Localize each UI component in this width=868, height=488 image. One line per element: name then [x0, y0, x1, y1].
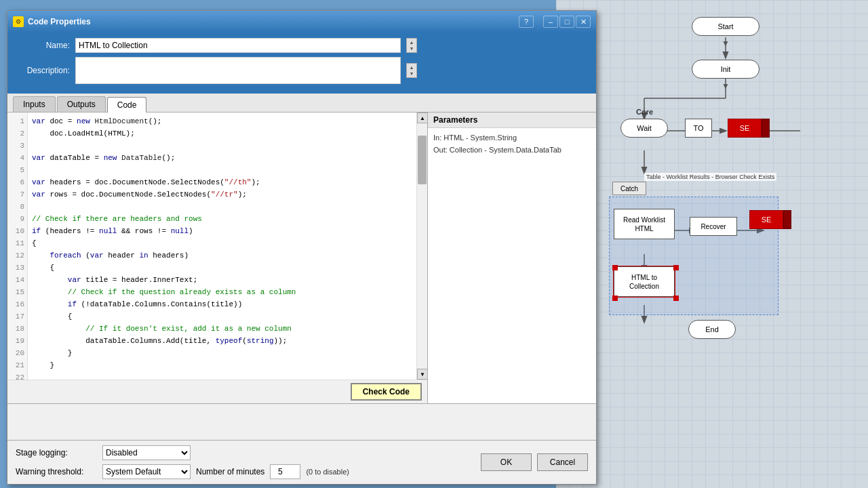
- tabs-bar: Inputs Outputs Code: [7, 94, 596, 113]
- minutes-hint: (0 to disable): [306, 468, 349, 476]
- handle-tl: [612, 265, 618, 270]
- stage-logging-row: Stage logging: Disabled Enabled: [16, 445, 470, 460]
- warning-threshold-select[interactable]: System Default: [102, 464, 191, 479]
- workflow-panel: Start ▼ Init ▼ Wait TO SE Table - Workli…: [556, 0, 868, 471]
- code-text[interactable]: var doc = new HtmlDocument(); doc.LoadHt…: [28, 113, 416, 380]
- description-input[interactable]: [75, 57, 401, 84]
- name-row: Name: ▲ ▼: [16, 38, 588, 53]
- description-row: Description: ▲ ▼: [16, 57, 588, 84]
- se1-bar: [762, 119, 770, 138]
- se2-bar: [783, 210, 791, 229]
- end-node[interactable]: End: [688, 320, 736, 339]
- line-numbers: 12345 678910 1112131415 1617181920 21222…: [7, 113, 28, 380]
- handle-tr: [673, 265, 679, 270]
- recover-node[interactable]: Recover: [690, 217, 737, 236]
- dialog-title: Code Properties: [28, 17, 515, 26]
- read-worklist-node[interactable]: Read WorklistHTML: [614, 209, 675, 239]
- content-area: 12345 678910 1112131415 1617181920 21222…: [7, 113, 596, 404]
- core-label: Core: [636, 108, 653, 116]
- init-arrow: ▼: [722, 81, 730, 91]
- minutes-input[interactable]: [270, 464, 300, 479]
- scrollbar-track: [417, 123, 427, 369]
- code-properties-dialog: ⚙ Code Properties ? – □ ✕ Name: ▲ ▼ Desc…: [7, 10, 597, 485]
- description-label: Description:: [16, 66, 70, 75]
- scroll-up-icon2: ▲: [410, 65, 414, 70]
- tab-inputs[interactable]: Inputs: [13, 96, 56, 112]
- tab-outputs[interactable]: Outputs: [57, 96, 106, 112]
- catch-badge: Catch: [612, 182, 646, 195]
- scroll-down-icon2: ▼: [410, 71, 414, 76]
- wait-node[interactable]: Wait: [620, 119, 668, 138]
- scroll-down-icon: ▼: [410, 46, 414, 51]
- code-scrollbar[interactable]: ▲ ▼: [416, 113, 427, 380]
- se2-node[interactable]: SE: [749, 210, 783, 229]
- check-code-button[interactable]: Check Code: [351, 383, 422, 401]
- help-button[interactable]: ?: [519, 16, 534, 28]
- handle-br: [673, 296, 679, 301]
- scroll-up-icon: ▲: [410, 40, 414, 45]
- start-node[interactable]: Start: [692, 17, 760, 36]
- description-scroll: ▲ ▼: [406, 63, 417, 78]
- number-of-minutes-label: Number of minutes: [196, 467, 264, 476]
- titlebar: ⚙ Code Properties ? – □ ✕: [7, 11, 596, 33]
- scroll-up-btn[interactable]: ▲: [417, 113, 427, 123]
- scrollbar-thumb[interactable]: [418, 136, 427, 184]
- scroll-down-btn[interactable]: ▼: [417, 369, 427, 380]
- code-editor[interactable]: 12345 678910 1112131415 1617181920 21222…: [7, 113, 428, 403]
- tooltip-label: Table - Worklist Results - Browser Check…: [644, 173, 776, 181]
- bottom-bar: Stage logging: Disabled Enabled Warning …: [7, 440, 596, 484]
- handle-bl: [612, 296, 618, 301]
- fields-area: Name: ▲ ▼ Description: ▲ ▼: [7, 33, 596, 94]
- warning-threshold-label: Warning threshold:: [16, 467, 97, 476]
- check-code-bar: Check Code: [7, 380, 427, 403]
- tab-code[interactable]: Code: [107, 97, 147, 113]
- code-scroll-area: 12345 678910 1112131415 1617181920 21222…: [7, 113, 427, 380]
- stage-logging-label: Stage logging:: [16, 448, 97, 458]
- start-arrow: ▼: [722, 39, 730, 48]
- warning-threshold-row: Warning threshold: System Default Number…: [16, 464, 470, 479]
- se1-node[interactable]: SE: [728, 119, 762, 138]
- ok-button[interactable]: OK: [481, 453, 532, 471]
- to-node[interactable]: TO: [685, 119, 712, 138]
- name-label: Name:: [16, 41, 70, 50]
- desktop: ⚙ Code Properties ? – □ ✕ Name: ▲ ▼ Desc…: [0, 0, 868, 488]
- bottom-fields: Stage logging: Disabled Enabled Warning …: [16, 445, 470, 479]
- html-to-collection-node[interactable]: HTML toCollection: [614, 266, 675, 297]
- name-scroll: ▲ ▼: [406, 38, 417, 53]
- init-node[interactable]: Init: [692, 60, 760, 79]
- name-input[interactable]: [75, 38, 401, 53]
- stage-logging-select[interactable]: Disabled Enabled: [102, 445, 191, 460]
- titlebar-icon: ⚙: [13, 16, 24, 27]
